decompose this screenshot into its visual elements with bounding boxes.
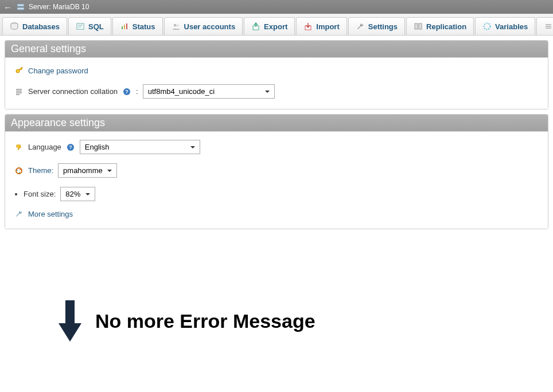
svg-rect-4 — [122, 26, 123, 29]
tab-status[interactable]: Status — [112, 17, 163, 35]
svg-point-19 — [16, 168, 22, 174]
svg-rect-11 — [415, 23, 418, 29]
panel-title: Appearance settings — [5, 115, 548, 131]
svg-rect-3 — [77, 23, 84, 29]
tab-label: Replication — [426, 22, 466, 31]
more-settings-link[interactable]: More settings — [28, 210, 73, 218]
help-icon[interactable]: ? — [122, 87, 131, 96]
down-arrow-icon — [57, 298, 83, 344]
tab-export[interactable]: Export — [244, 17, 295, 35]
svg-point-7 — [173, 24, 176, 26]
collation-icon — [14, 87, 24, 96]
tab-charsets[interactable]: C — [536, 17, 553, 35]
svg-rect-6 — [126, 23, 127, 29]
export-icon — [251, 22, 260, 31]
variables-icon — [482, 22, 492, 31]
tab-label: Status — [133, 22, 155, 31]
language-select[interactable]: English — [80, 140, 200, 154]
svg-text:?: ? — [69, 144, 72, 150]
tab-variables[interactable]: Variables — [475, 17, 535, 35]
svg-rect-12 — [419, 23, 422, 29]
tab-sql[interactable]: SQL — [68, 17, 111, 35]
annotation-overlay: No more Error Message — [57, 298, 316, 344]
svg-text:?: ? — [125, 89, 128, 95]
collation-select[interactable]: utf8mb4_unicode_ci — [143, 84, 275, 99]
sql-icon — [76, 22, 85, 31]
svg-point-22 — [19, 172, 20, 173]
charsets-icon — [544, 22, 553, 31]
panel-general-settings: General settings Change password Server … — [5, 40, 548, 109]
tab-label: User accounts — [184, 22, 236, 31]
fontsize-select[interactable]: 82% — [60, 187, 95, 201]
breadcrumb-server-label: Server: MariaDB 10 — [29, 3, 89, 11]
theme-select[interactable]: pmahomme — [58, 163, 117, 178]
theme-icon — [14, 166, 24, 175]
annotation-text: No more Error Message — [95, 310, 316, 332]
tab-label: Export — [264, 22, 287, 31]
replication-icon — [414, 22, 423, 31]
svg-point-8 — [176, 25, 178, 27]
tab-databases[interactable]: Databases — [2, 17, 67, 35]
tab-replication[interactable]: Replication — [406, 17, 474, 35]
database-icon — [10, 22, 19, 31]
tab-label: SQL — [88, 22, 104, 31]
users-icon — [172, 22, 181, 31]
svg-point-21 — [20, 169, 21, 170]
key-icon — [14, 66, 24, 75]
change-password-link[interactable]: Change password — [28, 66, 88, 75]
fontsize-label: Font size: — [24, 190, 56, 198]
tab-bar: Databases SQL Status User accounts Expor… — [0, 14, 553, 36]
language-label: Language — [28, 143, 61, 151]
tab-label: Databases — [22, 22, 60, 31]
collation-label: Server connection collation — [28, 87, 118, 96]
wrench-icon — [14, 209, 24, 218]
tab-user-accounts[interactable]: User accounts — [164, 17, 243, 35]
panel-title: General settings — [5, 41, 548, 57]
svg-rect-0 — [17, 4, 24, 6]
help-icon[interactable]: ? — [66, 143, 75, 152]
svg-rect-5 — [124, 25, 125, 29]
tab-label: Settings — [368, 22, 398, 31]
breadcrumb: ← Server: MariaDB 10 — [0, 0, 553, 14]
tab-settings[interactable]: Settings — [348, 17, 405, 35]
server-icon — [16, 2, 25, 11]
tab-import[interactable]: Import — [296, 17, 346, 35]
wrench-icon — [356, 22, 365, 31]
import-icon — [303, 22, 313, 31]
theme-label[interactable]: Theme: — [28, 166, 53, 175]
status-icon — [120, 22, 129, 31]
svg-rect-1 — [17, 7, 24, 10]
panel-appearance-settings: Appearance settings Language ? English T… — [5, 114, 548, 229]
language-icon — [14, 143, 24, 152]
tab-label: Variables — [495, 22, 528, 31]
svg-point-13 — [484, 23, 490, 30]
back-button[interactable]: ← — [3, 2, 13, 12]
colon: : — [136, 87, 138, 96]
svg-point-20 — [17, 170, 18, 171]
tab-label: Import — [316, 22, 339, 31]
